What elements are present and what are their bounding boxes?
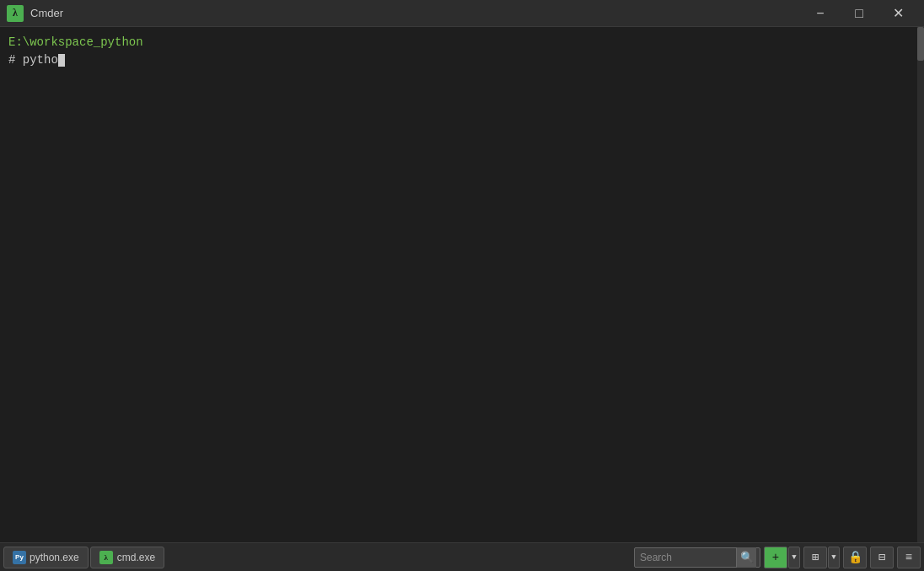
cmd-tab-icon: λ xyxy=(99,551,113,564)
terminal-cursor xyxy=(58,54,65,67)
lock-button[interactable]: 🔒 xyxy=(843,547,867,568)
menu-button[interactable]: ≡ xyxy=(897,547,921,568)
lock-icon: 🔒 xyxy=(848,550,862,564)
add-tab-dropdown[interactable]: ▼ xyxy=(788,547,800,568)
layout-icon: ⊟ xyxy=(878,550,885,564)
window-title: Cmder xyxy=(30,7,801,19)
monitor-icon: ⊞ xyxy=(812,550,819,564)
minimize-button[interactable]: − xyxy=(801,0,840,27)
monitor-button[interactable]: ⊞ xyxy=(803,547,827,568)
add-tab-button[interactable]: + xyxy=(764,547,787,568)
close-button[interactable]: ✕ xyxy=(878,0,917,27)
window-controls: − □ ✕ xyxy=(801,0,917,27)
title-bar: λ Cmder − □ ✕ xyxy=(0,0,924,27)
chevron-down-icon-2: ▼ xyxy=(831,553,835,562)
layout-button[interactable]: ⊟ xyxy=(870,547,894,568)
terminal-scrollbar[interactable] xyxy=(917,27,924,542)
search-input[interactable] xyxy=(635,552,736,563)
add-tab-group: + ▼ xyxy=(762,547,800,568)
tab-python-content: Py python.exe xyxy=(13,551,79,564)
monitor-dropdown[interactable]: ▼ xyxy=(828,547,840,568)
terminal-path: E:\workspace_python xyxy=(8,35,143,49)
terminal-area[interactable]: E:\workspace_python # pytho xyxy=(0,27,924,542)
chevron-down-icon: ▼ xyxy=(792,553,796,562)
app-icon: λ xyxy=(7,5,24,22)
terminal-path-line: E:\workspace_python xyxy=(8,34,916,51)
python-tab-icon: Py xyxy=(13,551,26,564)
terminal-scrollbar-thumb[interactable] xyxy=(917,27,924,61)
taskbar-search-box[interactable]: 🔍 xyxy=(634,547,760,568)
taskbar-tab-python[interactable]: Py python.exe xyxy=(3,547,89,568)
monitor-group: ⊞ ▼ xyxy=(802,547,840,568)
taskbar: Py python.exe λ cmd.exe 🔍 + ▼ ⊞ ▼ 🔒 xyxy=(0,542,924,571)
search-button[interactable]: 🔍 xyxy=(736,547,756,568)
taskbar-tab-cmd[interactable]: λ cmd.exe xyxy=(90,547,164,568)
python-tab-label: python.exe xyxy=(30,552,79,563)
restore-button[interactable]: □ xyxy=(840,0,878,27)
terminal-prompt-symbol: # xyxy=(8,53,15,67)
cmd-tab-label: cmd.exe xyxy=(117,552,155,563)
add-icon: + xyxy=(772,551,779,564)
hamburger-icon: ≡ xyxy=(905,551,912,564)
terminal-prompt-line: # pytho xyxy=(8,51,916,69)
terminal-command-text: pytho xyxy=(23,53,58,67)
